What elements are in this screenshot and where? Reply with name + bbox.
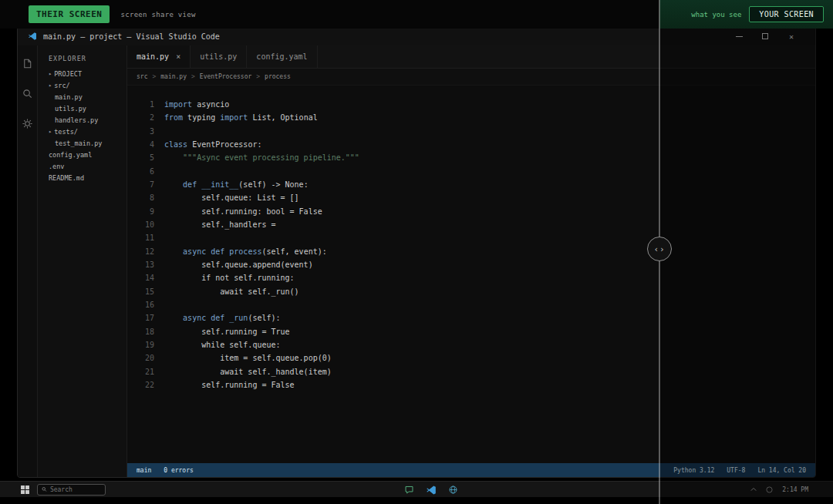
code-token: (self): [248,314,280,322]
tray-chevron-up-icon[interactable] [750,487,757,492]
code-token: EventProcessor: [187,140,261,149]
explorer-heading: EXPLORER [49,55,126,62]
status-item-main[interactable]: main [137,467,151,474]
breadcrumb-item-eventprocessor[interactable]: EventProcessor [200,73,251,80]
tab-main.py[interactable]: main.py× [127,45,191,68]
status-item-0-errors[interactable]: 0 errors [164,467,194,474]
line-number: 12 [127,245,154,258]
tree-item-handlers-py[interactable]: handlers.py [49,114,126,126]
code-line: item = self.queue.pop(0) [164,351,815,365]
tab-close-icon[interactable]: × [176,52,180,61]
tree-item-label: PROJECT [54,70,82,78]
tab-utils.py[interactable]: utils.py [191,45,247,68]
code-line [164,125,815,138]
close-button[interactable]: ✕ [787,32,796,41]
code-token: typing [183,113,220,122]
breadcrumb-item-src[interactable]: src [137,73,147,80]
chat-app-icon[interactable] [404,485,414,495]
window-titlebar[interactable]: main.py — project — Visual Studio Code ✕ [18,27,815,45]
search-icon[interactable] [22,88,33,99]
browser-globe-icon[interactable] [448,485,458,495]
code-line [164,165,815,178]
vscode-window: main.py — project — Visual Studio Code ✕ [17,26,816,478]
taskbar-search[interactable] [37,484,106,496]
maximize-icon [762,33,768,39]
collapse-arrow-icon: ▸ [49,71,52,77]
code-line: import asyncio [164,98,815,111]
editor-code-area[interactable]: 12345678910111213141516171819202122 impo… [127,86,815,463]
settings-gear-icon[interactable] [22,118,33,129]
taskbar-pinned-apps [404,482,458,498]
tree-item-main-py[interactable]: main.py [49,91,126,102]
breadcrumb-item-main.py[interactable]: main.py [160,73,187,80]
tree-item-src[interactable]: ▸src/ [49,79,126,91]
clock[interactable]: 2:14 PM [782,486,808,493]
code-line: async def _run(self): [164,311,815,324]
code-token: self._handlers = [164,220,276,229]
code-token: """Async event processing pipeline.""" [164,153,359,162]
code-line: from typing import List, Optional [164,111,815,124]
your-screen-button[interactable]: YOUR SCREEN [749,6,824,22]
line-number: 14 [127,271,154,284]
status-item-utf-8[interactable]: UTF-8 [727,467,745,474]
code-token: self.running = False [164,381,295,389]
code-line: self._handlers = [164,218,815,231]
tab-config.yaml[interactable]: config.yaml [247,45,317,68]
tree-item-readme-md[interactable]: README.md [49,172,126,183]
vscode-app-icon[interactable] [426,485,437,496]
tree-item-tests[interactable]: ▸tests/ [49,126,126,137]
line-number: 3 [127,125,154,138]
tree-item-test-main-py[interactable]: test_main.py [49,137,126,149]
code-line: self.queue.append(event) [164,258,815,271]
code-token: while self.queue: [164,341,281,349]
status-left: main0 errors [137,467,194,474]
system-tray: 2:14 PM [750,486,833,493]
line-number: 22 [127,378,154,391]
status-bar: main0 errors Python 3.12UTF-8Ln 14, Col … [127,463,815,477]
code-token: if not self.running: [164,274,295,282]
code-line: class EventProcessor: [164,138,815,151]
share-subtitle: screen share view [120,11,195,18]
code-lines: import asynciofrom typing import List, O… [164,98,815,463]
tree-item-config-yaml[interactable]: config.yaml [49,149,126,160]
compare-slider-handle[interactable]: ‹› [647,237,672,261]
tree-item-label: src/ [54,82,69,89]
activity-bar [18,45,38,477]
tree-item-label: tests/ [54,128,78,136]
code-token [164,247,183,256]
taskbar-search-input[interactable] [50,486,101,493]
status-item-ln-14-col-20[interactable]: Ln 14, Col 20 [757,467,806,474]
code-line [164,231,815,244]
breadcrumb: src>main.py>EventProcessor>process [127,69,815,86]
collapse-arrow-icon: ▸ [49,129,52,135]
line-number: 5 [127,151,154,164]
tree-item-project[interactable]: ▸PROJECT [49,68,126,79]
maximize-button[interactable] [760,32,770,41]
your-screen-hint: what you see [691,11,741,18]
code-line: self.running: bool = False [164,205,815,218]
window-title: main.py — project — Visual Studio Code [43,32,220,41]
tree-item-label: .env [49,163,64,170]
code-token: class [164,140,187,149]
tab-label: config.yaml [256,52,307,61]
line-number: 18 [127,325,154,338]
their-screen-button[interactable]: THEIR SCREEN [29,5,110,23]
tray-status-icon[interactable] [766,486,773,493]
code-line [164,298,815,311]
tree-item-utils-py[interactable]: utils.py [49,102,126,114]
explorer-files-icon[interactable] [22,58,33,69]
line-number: 9 [127,205,154,218]
breadcrumb-item-process[interactable]: process [265,73,291,80]
code-line: self.queue: List = [] [164,191,815,204]
breadcrumb-separator-icon: > [191,73,195,80]
tree-item-label: main.py [55,93,83,101]
start-button[interactable] [21,486,29,494]
line-number: 19 [127,338,154,351]
status-item-python-3-12[interactable]: Python 3.12 [673,467,714,474]
minimize-button[interactable] [734,32,744,41]
tab-label: utils.py [200,52,237,61]
taskbar: 2:14 PM [0,481,833,497]
gutter: 12345678910111213141516171819202122 [127,98,164,463]
tree-item-env[interactable]: .env [49,160,126,172]
code-token [164,180,183,189]
